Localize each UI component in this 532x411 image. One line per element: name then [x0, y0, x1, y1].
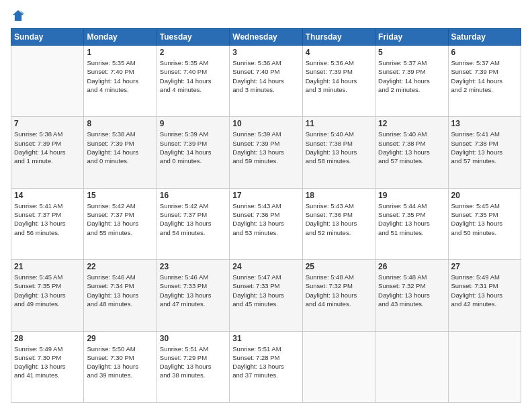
calendar-cell: 15Sunrise: 5:42 AMSunset: 7:37 PMDayligh…: [84, 188, 157, 259]
day-number: 13: [451, 119, 518, 128]
day-info: Sunrise: 5:45 AMSunset: 7:35 PMDaylight:…: [451, 201, 518, 237]
day-info: Sunrise: 5:48 AMSunset: 7:32 PMDaylight:…: [378, 273, 445, 308]
day-number: 1: [87, 48, 153, 57]
day-info: Sunrise: 5:36 AMSunset: 7:39 PMDaylight:…: [306, 58, 372, 94]
column-header-tuesday: Tuesday: [157, 29, 229, 46]
calendar-cell: 10Sunrise: 5:39 AMSunset: 7:39 PMDayligh…: [230, 117, 302, 188]
week-row-1: 1Sunrise: 5:35 AMSunset: 7:40 PMDaylight…: [11, 46, 521, 117]
day-info: Sunrise: 5:41 AMSunset: 7:38 PMDaylight:…: [451, 130, 518, 165]
column-header-thursday: Thursday: [302, 29, 375, 46]
calendar-cell: 18Sunrise: 5:43 AMSunset: 7:36 PMDayligh…: [302, 188, 375, 259]
calendar-cell: 19Sunrise: 5:44 AMSunset: 7:35 PMDayligh…: [375, 188, 448, 259]
day-number: 26: [378, 262, 445, 271]
day-number: 4: [306, 48, 372, 57]
column-header-saturday: Saturday: [448, 29, 521, 46]
day-number: 21: [14, 262, 81, 271]
calendar-cell: 22Sunrise: 5:46 AMSunset: 7:34 PMDayligh…: [84, 260, 157, 331]
day-number: 30: [160, 334, 226, 343]
day-info: Sunrise: 5:49 AMSunset: 7:31 PMDaylight:…: [451, 273, 518, 308]
calendar-cell: 2Sunrise: 5:35 AMSunset: 7:40 PMDaylight…: [157, 46, 229, 117]
day-info: Sunrise: 5:38 AMSunset: 7:39 PMDaylight:…: [87, 130, 153, 165]
calendar-cell: 1Sunrise: 5:35 AMSunset: 7:40 PMDaylight…: [84, 46, 157, 117]
day-info: Sunrise: 5:47 AMSunset: 7:33 PMDaylight:…: [232, 273, 299, 308]
day-number: 2: [160, 48, 226, 57]
calendar-cell: 21Sunrise: 5:45 AMSunset: 7:35 PMDayligh…: [11, 260, 84, 331]
calendar-cell: 23Sunrise: 5:46 AMSunset: 7:33 PMDayligh…: [157, 260, 229, 331]
day-number: 16: [160, 191, 226, 200]
svg-marker-0: [13, 10, 24, 21]
day-number: 12: [378, 119, 445, 128]
day-info: Sunrise: 5:35 AMSunset: 7:40 PMDaylight:…: [87, 58, 153, 94]
day-info: Sunrise: 5:51 AMSunset: 7:28 PMDaylight:…: [232, 345, 299, 380]
day-number: 27: [451, 262, 518, 271]
day-info: Sunrise: 5:39 AMSunset: 7:39 PMDaylight:…: [232, 130, 299, 165]
calendar-cell: 25Sunrise: 5:48 AMSunset: 7:32 PMDayligh…: [302, 260, 375, 331]
day-number: 15: [87, 191, 153, 200]
day-number: 23: [160, 262, 226, 271]
logo-icon: [11, 8, 26, 23]
day-info: Sunrise: 5:39 AMSunset: 7:39 PMDaylight:…: [160, 130, 226, 165]
day-info: Sunrise: 5:43 AMSunset: 7:36 PMDaylight:…: [232, 201, 299, 237]
calendar-cell: 28Sunrise: 5:49 AMSunset: 7:30 PMDayligh…: [11, 331, 84, 402]
day-number: 19: [378, 191, 445, 200]
day-number: 14: [14, 191, 81, 200]
calendar-table: SundayMondayTuesdayWednesdayThursdayFrid…: [11, 28, 521, 403]
day-info: Sunrise: 5:48 AMSunset: 7:32 PMDaylight:…: [306, 273, 372, 308]
calendar-cell: 8Sunrise: 5:38 AMSunset: 7:39 PMDaylight…: [84, 117, 157, 188]
day-info: Sunrise: 5:44 AMSunset: 7:35 PMDaylight:…: [378, 201, 445, 237]
day-info: Sunrise: 5:37 AMSunset: 7:39 PMDaylight:…: [378, 58, 445, 94]
calendar-cell: [375, 331, 448, 402]
calendar-cell: 7Sunrise: 5:38 AMSunset: 7:39 PMDaylight…: [11, 117, 84, 188]
column-header-sunday: Sunday: [11, 29, 84, 46]
calendar-cell: [448, 331, 521, 402]
day-info: Sunrise: 5:50 AMSunset: 7:30 PMDaylight:…: [87, 345, 153, 380]
calendar-cell: 30Sunrise: 5:51 AMSunset: 7:29 PMDayligh…: [157, 331, 229, 402]
calendar-cell: 16Sunrise: 5:42 AMSunset: 7:37 PMDayligh…: [157, 188, 229, 259]
calendar-cell: 12Sunrise: 5:40 AMSunset: 7:38 PMDayligh…: [375, 117, 448, 188]
calendar-cell: [302, 331, 375, 402]
week-row-4: 21Sunrise: 5:45 AMSunset: 7:35 PMDayligh…: [11, 260, 521, 331]
day-number: 25: [306, 262, 372, 271]
week-row-3: 14Sunrise: 5:41 AMSunset: 7:37 PMDayligh…: [11, 188, 521, 259]
day-info: Sunrise: 5:42 AMSunset: 7:37 PMDaylight:…: [160, 201, 226, 237]
day-info: Sunrise: 5:43 AMSunset: 7:36 PMDaylight:…: [306, 201, 372, 237]
column-header-friday: Friday: [375, 29, 448, 46]
calendar-cell: 14Sunrise: 5:41 AMSunset: 7:37 PMDayligh…: [11, 188, 84, 259]
calendar-cell: 3Sunrise: 5:36 AMSunset: 7:40 PMDaylight…: [230, 46, 302, 117]
day-number: 18: [306, 191, 372, 200]
day-info: Sunrise: 5:36 AMSunset: 7:40 PMDaylight:…: [232, 58, 299, 94]
week-row-2: 7Sunrise: 5:38 AMSunset: 7:39 PMDaylight…: [11, 117, 521, 188]
day-number: 7: [14, 119, 81, 128]
day-number: 22: [87, 262, 153, 271]
calendar-cell: [11, 46, 84, 117]
day-info: Sunrise: 5:38 AMSunset: 7:39 PMDaylight:…: [14, 130, 81, 165]
calendar-cell: 29Sunrise: 5:50 AMSunset: 7:30 PMDayligh…: [84, 331, 157, 402]
day-number: 11: [306, 119, 372, 128]
day-number: 28: [14, 334, 81, 343]
day-number: 10: [232, 119, 299, 128]
day-number: 17: [232, 191, 299, 200]
day-number: 31: [232, 334, 299, 343]
day-info: Sunrise: 5:42 AMSunset: 7:37 PMDaylight:…: [87, 201, 153, 237]
calendar-cell: 5Sunrise: 5:37 AMSunset: 7:39 PMDaylight…: [375, 46, 448, 117]
day-number: 3: [232, 48, 299, 57]
page: SundayMondayTuesdayWednesdayThursdayFrid…: [0, 0, 532, 411]
calendar-cell: 9Sunrise: 5:39 AMSunset: 7:39 PMDaylight…: [157, 117, 229, 188]
calendar-cell: 17Sunrise: 5:43 AMSunset: 7:36 PMDayligh…: [230, 188, 302, 259]
day-number: 9: [160, 119, 226, 128]
column-header-wednesday: Wednesday: [230, 29, 302, 46]
day-number: 29: [87, 334, 153, 343]
day-info: Sunrise: 5:49 AMSunset: 7:30 PMDaylight:…: [14, 345, 81, 380]
calendar-cell: 26Sunrise: 5:48 AMSunset: 7:32 PMDayligh…: [375, 260, 448, 331]
header-row: SundayMondayTuesdayWednesdayThursdayFrid…: [11, 29, 521, 46]
day-info: Sunrise: 5:40 AMSunset: 7:38 PMDaylight:…: [306, 130, 372, 165]
column-header-monday: Monday: [84, 29, 157, 46]
day-info: Sunrise: 5:46 AMSunset: 7:33 PMDaylight:…: [160, 273, 226, 308]
day-info: Sunrise: 5:37 AMSunset: 7:39 PMDaylight:…: [451, 58, 518, 94]
calendar-cell: 31Sunrise: 5:51 AMSunset: 7:28 PMDayligh…: [230, 331, 302, 402]
day-number: 6: [451, 48, 518, 57]
day-number: 5: [378, 48, 445, 57]
day-info: Sunrise: 5:46 AMSunset: 7:34 PMDaylight:…: [87, 273, 153, 308]
day-info: Sunrise: 5:51 AMSunset: 7:29 PMDaylight:…: [160, 345, 226, 380]
day-info: Sunrise: 5:40 AMSunset: 7:38 PMDaylight:…: [378, 130, 445, 165]
